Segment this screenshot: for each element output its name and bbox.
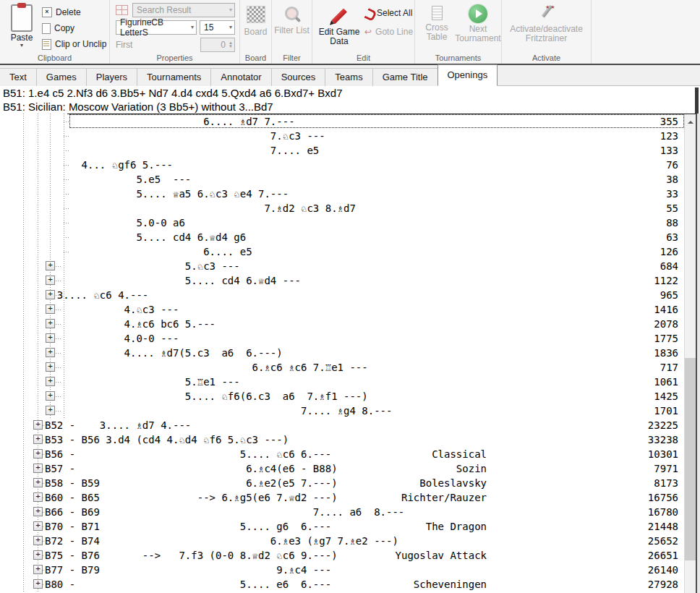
tab-openings[interactable]: Openings — [438, 64, 498, 86]
scroll-up-button[interactable] — [685, 114, 696, 126]
magnifier-icon — [283, 6, 301, 23]
games-count: 965 — [660, 288, 678, 302]
next-tournament-button: Next Tournament — [456, 4, 500, 43]
opening-name-line: B51: Sicilian: Moscow Variation (3 Bb5+)… — [0, 100, 700, 114]
move-line: B66 - B69 7.... a6 8.--- — [45, 505, 404, 519]
expand-plus-icon[interactable]: + — [33, 435, 43, 444]
clip-or-unclip-button[interactable]: Clip or Unclip — [42, 37, 106, 51]
games-count: 126 — [660, 244, 678, 259]
ribbon-group-activate: Activate/deactivate Fritztrainer Activat… — [502, 0, 592, 64]
games-count: 1775 — [654, 331, 678, 346]
opening-tree-row[interactable]: + 4.0-0 ---1775 — [0, 331, 700, 346]
tab-game-title[interactable]: Game Title — [372, 68, 438, 86]
combo-arrow-icon: ▾ — [226, 7, 232, 13]
opening-tree-row[interactable]: + 5.... cd4 6.♕d4 ---1122 — [0, 273, 700, 288]
expand-plus-icon[interactable]: + — [33, 478, 43, 487]
clip-or-unclip-icon — [42, 39, 51, 50]
opening-tree-row[interactable]: + 4.♘c3 ---1416 — [0, 302, 700, 317]
expand-plus-icon[interactable]: + — [33, 449, 43, 458]
games-count: 33 — [666, 187, 678, 201]
games-count: 16780 — [648, 505, 678, 519]
opening-tree-row[interactable]: + 5.... ♘f6(6.c3 a6 7.♗f1 ---)1425 — [0, 389, 700, 404]
opening-tree-row[interactable]: + 5.♖e1 ---1061 — [0, 375, 700, 389]
games-count: 76 — [666, 158, 678, 172]
opening-tree-row[interactable]: 6.... ♗d7 7.---355 — [0, 114, 700, 129]
font-size-combobox[interactable]: 15 ▾ — [200, 20, 235, 35]
opening-tree-row[interactable]: +B58 - B59 6.♗e2(e5 7.---)Boleslavsky817… — [0, 476, 700, 490]
opening-tree-row[interactable]: +B66 - B69 7.... a6 8.---16780 — [0, 505, 700, 519]
move-line: B77 - B79 9.♗c4 --- — [45, 563, 331, 577]
scrollbar[interactable] — [684, 114, 696, 593]
select-all-button[interactable]: Select All — [364, 6, 413, 20]
opening-tree-row[interactable]: +B57 - 6.♗c4(e6 - B88)Sozin7971 — [0, 461, 700, 476]
opening-tree-row[interactable]: +B77 - B79 9.♗c4 ---26140 — [0, 563, 700, 577]
window-edge — [697, 114, 700, 593]
tab-text[interactable]: Text — [0, 68, 37, 86]
opening-tree-row[interactable]: + 4.... ♗d7(5.c3 a6 6.---)1836 — [0, 346, 700, 360]
font-name-value: FigurineCB LetterS — [120, 17, 188, 38]
expand-plus-icon[interactable]: + — [33, 492, 43, 502]
tab-sources[interactable]: Sources — [271, 68, 326, 86]
board-button-label: Board — [244, 27, 267, 37]
openings-tree-panel: 6.... ♗d7 7.---355 7.♘c3 ---123 7.... e5… — [0, 114, 700, 593]
copy-button[interactable]: Copy — [42, 21, 106, 35]
opening-tree-row[interactable]: + 6.♗c6 ♗c6 7.♖e1 ---717 — [0, 360, 700, 375]
opening-tree-row[interactable]: +B72 - B74 6.♗e3 (♗g7 7.♗e2 ---)25652 — [0, 534, 700, 548]
move-line: B57 - 6.♗c4(e6 - B88) — [45, 461, 338, 476]
opening-tree-row[interactable]: 7.♗d2 ♘c3 8.♗d755 — [0, 201, 700, 216]
font-name-combobox[interactable]: FigurineCB LetterS ▾ — [116, 20, 197, 35]
tab-players[interactable]: Players — [86, 68, 137, 86]
games-count: 133 — [660, 143, 678, 158]
tab-tournaments[interactable]: Tournaments — [137, 68, 211, 86]
expand-plus-icon[interactable]: + — [33, 536, 43, 545]
expand-plus-icon[interactable]: + — [33, 521, 43, 531]
tab-teams[interactable]: Teams — [325, 68, 372, 86]
opening-tree-row[interactable]: 4... ♘gf6 5.---76 — [0, 158, 700, 172]
clip-or-unclip-label: Clip or Unclip — [55, 39, 106, 49]
first-value: 0 — [201, 40, 229, 50]
paste-dropdown-arrow[interactable]: ▾ — [6, 43, 38, 48]
opening-tree-row[interactable]: + 4.♗c6 bc6 5.---2078 — [0, 317, 700, 331]
combo-arrow-icon[interactable]: ▾ — [188, 24, 194, 30]
opening-tree-row[interactable]: + 3.... ♘c6 4.---965 — [0, 288, 700, 302]
opening-tree-row[interactable]: +B70 - B71 5.... g6 6.---The Dragon21448 — [0, 519, 700, 534]
opening-tree-row[interactable]: +B75 - B76 --> 7.f3 (0-0 8.♕d2 ♘c6 9.---… — [0, 548, 700, 563]
opening-tree-row[interactable]: 5.... ♕a5 6.♘c3 ♘e4 7.---33 — [0, 187, 700, 201]
paste-button[interactable]: Paste ▾ — [6, 3, 38, 48]
opening-tree-row[interactable]: 5.0-0 a688 — [0, 216, 700, 230]
opening-tree-row[interactable]: 7.♘c3 ---123 — [0, 129, 700, 143]
opening-tree-row[interactable]: +B60 - B65 --> 6.♗g5(e6 7.♕d2 ---)Richte… — [0, 490, 700, 505]
delete-button[interactable]: ×Delete — [42, 5, 106, 20]
delete-icon: × — [42, 7, 52, 17]
opening-tree-row[interactable]: 5.e5 ---38 — [0, 172, 700, 187]
cross-table-label: Cross Table — [418, 23, 456, 42]
ribbon: Paste ▾ ×DeleteCopyClip or Unclip Clipbo… — [0, 0, 700, 64]
expand-plus-icon[interactable]: + — [33, 550, 43, 560]
opening-tree-row[interactable]: 7.... e5133 — [0, 143, 700, 158]
ribbon-group-properties: Search Result ▾ FigurineCB LetterS ▾ 15 … — [110, 0, 240, 64]
move-line: B60 - B65 --> 6.♗g5(e6 7.♕d2 ---) — [45, 490, 338, 505]
opening-tree-row[interactable]: 6.... e5126 — [0, 244, 700, 259]
opening-tree-row[interactable]: +B52 - 3.... ♗d7 4.---23225 — [0, 418, 700, 432]
opening-tree-row[interactable]: + 7.... ♗g4 8.---1701 — [0, 404, 700, 418]
opening-tree-row[interactable]: +B53 - B56 3.d4 (cd4 4.♘d4 ♘f6 5.♘c3 ---… — [0, 432, 700, 447]
expand-plus-icon[interactable]: + — [33, 565, 43, 574]
opening-tree-row[interactable]: +B56 - 5.... ♘c6 6.---Classical10301 — [0, 447, 700, 461]
edit-game-data-button[interactable]: Edit Game Data — [314, 6, 364, 46]
expand-plus-icon[interactable]: + — [33, 420, 43, 430]
expand-plus-icon[interactable]: + — [33, 507, 43, 516]
variation-name: Scheveningen — [414, 577, 487, 592]
combo-arrow-icon[interactable]: ▾ — [226, 24, 232, 30]
expand-plus-icon[interactable]: + — [33, 464, 43, 473]
opening-tree-row[interactable]: +B80 - 5.... e6 6.---Scheveningen27928 — [0, 577, 700, 592]
scrollbar-thumb[interactable] — [685, 358, 696, 560]
opening-tree-row[interactable]: + 5.♘c3 ---684 — [0, 259, 700, 273]
tab-games[interactable]: Games — [36, 68, 87, 86]
group-label-board: Board — [240, 54, 271, 62]
tab-annotator[interactable]: Annotator — [210, 68, 271, 86]
header-right-splitter[interactable] — [695, 88, 699, 114]
games-count: 1416 — [654, 302, 678, 317]
opening-tree-row[interactable]: 5.... cd4 6.♕d4 g663 — [0, 230, 700, 244]
expand-plus-icon[interactable]: + — [33, 579, 43, 589]
games-count: 88 — [666, 216, 678, 230]
